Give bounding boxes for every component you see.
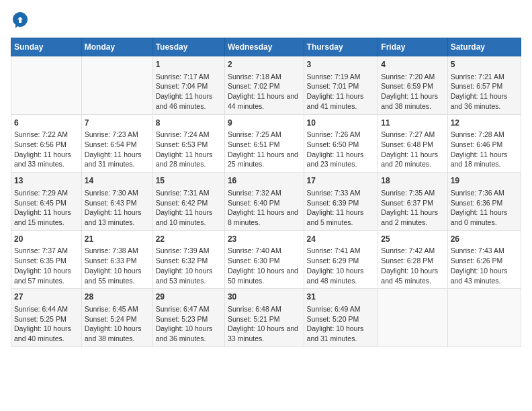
page-header	[11, 11, 521, 30]
day-info: Sunrise: 7:42 AM	[381, 246, 444, 256]
day-info: Sunrise: 7:27 AM	[381, 130, 444, 140]
day-number: 14	[85, 175, 150, 187]
day-number: 2	[228, 59, 301, 71]
day-info: Sunrise: 7:20 AM	[381, 72, 444, 82]
day-info: Sunset: 6:53 PM	[156, 140, 222, 150]
calendar-week-row: 1Sunrise: 7:17 AMSunset: 7:04 PMDaylight…	[11, 56, 521, 115]
day-info: Daylight: 11 hours and 15 minutes.	[14, 208, 79, 227]
day-info: Sunset: 6:26 PM	[451, 256, 518, 266]
day-info: Sunset: 5:25 PM	[14, 314, 79, 324]
day-info: Sunset: 6:29 PM	[307, 256, 375, 266]
day-info: Sunset: 6:39 PM	[307, 198, 375, 208]
day-number: 23	[228, 234, 301, 245]
calendar-cell: 16Sunrise: 7:32 AMSunset: 6:40 PMDayligh…	[224, 173, 304, 231]
day-number: 27	[14, 291, 79, 303]
day-info: Sunset: 6:59 PM	[381, 81, 444, 91]
day-number: 20	[14, 234, 79, 245]
calendar-week-row: 27Sunrise: 6:44 AMSunset: 5:25 PMDayligh…	[11, 289, 521, 347]
day-info: Sunset: 6:32 PM	[156, 256, 222, 266]
day-info: Sunrise: 7:22 AM	[14, 130, 79, 140]
day-info: Daylight: 10 hours and 50 minutes.	[228, 266, 301, 285]
calendar-cell: 25Sunrise: 7:42 AMSunset: 6:28 PMDayligh…	[378, 230, 447, 289]
day-info: Daylight: 10 hours and 53 minutes.	[156, 266, 222, 285]
day-info: Sunset: 6:35 PM	[14, 256, 79, 266]
day-info: Sunset: 6:37 PM	[381, 198, 444, 208]
calendar-cell: 23Sunrise: 7:40 AMSunset: 6:30 PMDayligh…	[224, 230, 304, 289]
day-info: Sunrise: 7:25 AM	[228, 130, 301, 140]
calendar-cell: 26Sunrise: 7:43 AMSunset: 6:26 PMDayligh…	[447, 230, 521, 289]
day-info: Sunset: 6:45 PM	[14, 198, 79, 208]
day-info: Sunrise: 7:19 AM	[307, 72, 375, 82]
day-number: 6	[14, 118, 79, 129]
day-info: Sunrise: 7:40 AM	[228, 246, 301, 256]
calendar-cell: 4Sunrise: 7:20 AMSunset: 6:59 PMDaylight…	[378, 56, 447, 115]
day-number: 19	[451, 175, 518, 187]
calendar-week-row: 6Sunrise: 7:22 AMSunset: 6:56 PMDaylight…	[11, 114, 521, 173]
day-info: Sunrise: 7:26 AM	[307, 130, 375, 140]
day-info: Sunrise: 7:38 AM	[85, 246, 150, 256]
day-info: Sunset: 6:51 PM	[228, 140, 301, 150]
day-number: 26	[451, 234, 518, 245]
day-info: Daylight: 11 hours and 2 minutes.	[381, 208, 444, 227]
day-number: 5	[451, 59, 518, 71]
calendar-cell: 27Sunrise: 6:44 AMSunset: 5:25 PMDayligh…	[11, 289, 82, 347]
day-info: Daylight: 11 hours and 41 minutes.	[307, 91, 375, 111]
day-number: 25	[381, 234, 444, 245]
day-info: Daylight: 11 hours and 44 minutes.	[228, 91, 301, 111]
day-info: Sunrise: 7:31 AM	[156, 188, 222, 198]
day-info: Sunset: 6:30 PM	[228, 256, 301, 266]
day-info: Daylight: 10 hours and 31 minutes.	[307, 324, 375, 343]
day-info: Sunrise: 6:47 AM	[156, 304, 222, 314]
day-info: Daylight: 11 hours and 33 minutes.	[14, 150, 79, 169]
calendar-cell	[447, 289, 521, 347]
day-info: Sunset: 6:46 PM	[451, 140, 518, 150]
header-tuesday: Tuesday	[152, 38, 224, 56]
day-number: 28	[85, 291, 150, 303]
calendar-cell	[378, 289, 447, 347]
day-info: Sunrise: 7:23 AM	[85, 130, 150, 140]
day-number: 10	[307, 118, 375, 129]
day-info: Sunrise: 6:49 AM	[307, 304, 375, 314]
calendar-cell: 3Sunrise: 7:19 AMSunset: 7:01 PMDaylight…	[304, 56, 378, 115]
day-info: Daylight: 11 hours and 18 minutes.	[451, 150, 518, 169]
calendar-cell: 15Sunrise: 7:31 AMSunset: 6:42 PMDayligh…	[152, 173, 224, 231]
day-number: 1	[156, 59, 222, 71]
day-info: Sunrise: 6:44 AM	[14, 304, 79, 314]
calendar-cell: 1Sunrise: 7:17 AMSunset: 7:04 PMDaylight…	[152, 56, 224, 115]
calendar-cell: 8Sunrise: 7:24 AMSunset: 6:53 PMDaylight…	[152, 114, 224, 173]
day-info: Sunset: 7:04 PM	[156, 81, 222, 91]
day-info: Sunset: 6:54 PM	[85, 140, 150, 150]
day-info: Daylight: 10 hours and 36 minutes.	[156, 324, 222, 343]
header-saturday: Saturday	[447, 38, 521, 56]
calendar-cell: 28Sunrise: 6:45 AMSunset: 5:24 PMDayligh…	[81, 289, 152, 347]
day-info: Daylight: 10 hours and 57 minutes.	[14, 266, 79, 285]
day-info: Sunset: 5:21 PM	[228, 314, 301, 324]
calendar-cell: 19Sunrise: 7:36 AMSunset: 6:36 PMDayligh…	[447, 173, 521, 231]
day-info: Daylight: 11 hours and 38 minutes.	[381, 91, 444, 111]
day-info: Daylight: 11 hours and 10 minutes.	[156, 208, 222, 227]
day-info: Sunset: 5:23 PM	[156, 314, 222, 324]
day-number: 18	[381, 175, 444, 187]
calendar-cell: 2Sunrise: 7:18 AMSunset: 7:02 PMDaylight…	[224, 56, 304, 115]
logo	[11, 11, 32, 30]
day-info: Daylight: 11 hours and 36 minutes.	[451, 91, 518, 111]
calendar-cell: 29Sunrise: 6:47 AMSunset: 5:23 PMDayligh…	[152, 289, 224, 347]
day-number: 7	[85, 118, 150, 129]
logo-icon	[11, 11, 30, 30]
day-info: Sunrise: 6:48 AM	[228, 304, 301, 314]
day-info: Daylight: 10 hours and 45 minutes.	[381, 266, 444, 285]
day-info: Sunset: 7:02 PM	[228, 81, 301, 91]
calendar-cell	[81, 56, 152, 115]
day-info: Daylight: 10 hours and 33 minutes.	[228, 324, 301, 343]
day-info: Sunrise: 7:28 AM	[451, 130, 518, 140]
day-number: 11	[381, 118, 444, 129]
day-info: Daylight: 11 hours and 28 minutes.	[156, 150, 222, 169]
day-number: 9	[228, 118, 301, 129]
day-info: Sunset: 5:20 PM	[307, 314, 375, 324]
day-info: Daylight: 11 hours and 5 minutes.	[307, 208, 375, 227]
calendar-cell: 13Sunrise: 7:29 AMSunset: 6:45 PMDayligh…	[11, 173, 82, 231]
header-monday: Monday	[81, 38, 152, 56]
calendar-cell: 17Sunrise: 7:33 AMSunset: 6:39 PMDayligh…	[304, 173, 378, 231]
day-info: Daylight: 10 hours and 43 minutes.	[451, 266, 518, 285]
day-info: Sunset: 6:33 PM	[85, 256, 150, 266]
